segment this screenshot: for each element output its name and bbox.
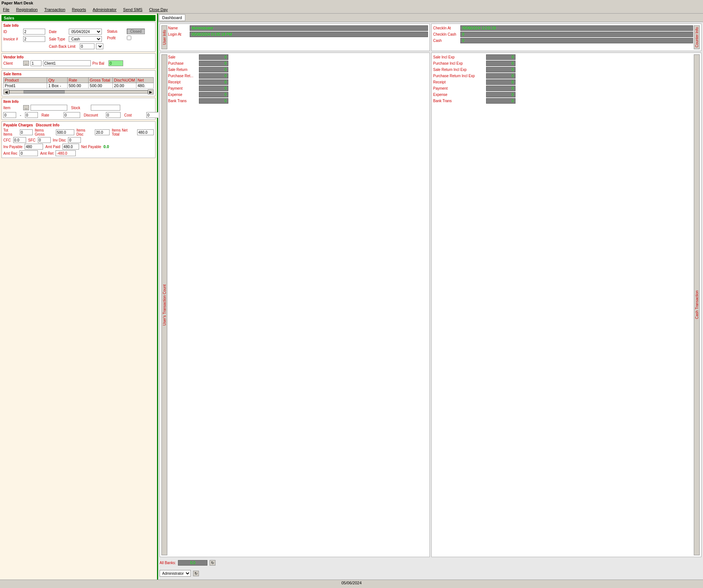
user-trans-label: User's Transaction Count [161,54,167,555]
qty-to-input[interactable] [25,112,38,118]
login-at-value: 05/06/2024 01:05:18 PM [190,32,428,37]
bank-trans-value: 0 [199,98,228,104]
inv-disc-input[interactable] [68,137,81,143]
client-id-input[interactable] [31,60,42,66]
menu-registration[interactable]: Registration [15,7,39,12]
items-net-label: Items Net Total [112,128,135,136]
profit-checkbox[interactable] [127,36,131,40]
purchase-ret-incl-value: 0 [486,73,515,79]
scroll-left-btn[interactable]: ◀ [3,89,9,94]
sale-ret-incl-row: Sale Return Incl Exp 0 [433,67,693,72]
items-gross-input[interactable] [56,129,74,135]
status-value: Closed [127,29,145,34]
prv-bal-input[interactable] [108,60,123,66]
scroll-right-btn[interactable]: ▶ [148,89,154,94]
table-row[interactable]: Prod1 1 Box - 500.00 500.00 20.00 480. [4,83,154,89]
bank-trans-label: Bank Trans [168,99,197,103]
menu-administrator[interactable]: Administrator [91,7,118,12]
checkin-at-row: CheckIn At 05/06/2024 12:01:18 [433,25,693,31]
cash-value: 0 [460,38,693,43]
sale-items-title: Sale Items [3,72,154,76]
item-name-input[interactable] [31,105,67,111]
id-input[interactable] [23,29,45,35]
date-label: Date [49,30,67,34]
purchase-incl-label: Purchase Incl Exp [433,61,485,65]
stock-row: Stock [71,105,120,111]
login-at-row: Login At 05/06/2024 01:05:18 PM [168,32,428,37]
col-rate: Rate [67,78,88,83]
receipt-label: Receipt [168,80,197,84]
sale-type-select[interactable]: Cash [69,36,102,42]
sales-header: Sales [1,15,156,21]
profit-label: Profit [107,36,125,40]
cfc-input[interactable] [13,137,26,143]
inv-payable-input[interactable] [25,144,43,150]
dashboard-content: User Info Name Administrator Login At 05… [158,22,703,580]
item-btn[interactable]: ... [23,105,29,110]
invoice-input[interactable] [23,36,45,42]
cost-input[interactable] [146,112,159,118]
cash-bank-row: Bank Trans 0 [433,98,693,104]
name-label: Name [168,26,188,30]
admin-row: Administrator ↻ [160,570,702,577]
client-btn[interactable]: ... [23,61,29,66]
menu-close-day[interactable]: Close Day [147,7,169,12]
date-select[interactable]: 05/04/2024 [69,29,102,35]
cash-back-input[interactable] [80,43,94,49]
sale-incl-row: Sale Incl Exp 0 [433,54,693,60]
cell-qty: 1 Box - [47,83,67,89]
amt-rec-input[interactable] [19,150,38,156]
horizontal-scrollbar[interactable] [9,90,148,94]
receipt-row: Receipt 0 [168,79,428,85]
col-gross: Gross Total [89,78,113,83]
rate-input2[interactable] [64,112,80,118]
cash-back-unit[interactable] [96,43,103,49]
cash-trans-label: Cash Transaction [694,54,700,555]
amt-paid-input[interactable] [63,144,79,150]
name-row: Name Administrator [168,25,428,31]
discount-input[interactable] [106,112,121,118]
qty-from-input[interactable] [3,112,16,118]
payable-section: Payable Charges Discount Info Tot Items … [1,121,156,158]
purchase-row: Purchase 0 [168,61,428,66]
stock-input[interactable] [91,105,120,111]
tot-items-input[interactable] [20,129,33,135]
items-net-input[interactable] [137,129,154,135]
net-payable-value: 0.0 [103,144,109,149]
invoice-row: Invoice # [3,36,45,42]
menu-file[interactable]: File [1,7,11,12]
item-row: Item ... [3,105,67,111]
menu-reports[interactable]: Reports [71,7,88,12]
status-bar: 05/06/2024 [0,580,703,586]
sale-type-row: Sale Type Cash [49,36,103,42]
items-disc-label: Items Disc [76,128,93,136]
dashboard-tab-btn[interactable]: Dashboard [159,14,185,21]
stock-label: Stock [71,106,89,110]
payment-value: 0 [199,86,228,91]
sfc-label: SFC [28,138,36,142]
payable-title: Payable Charges [3,123,33,127]
purchase-ret-row: Purchase Ret... 0 [168,73,428,79]
sfc-input[interactable] [38,137,51,143]
banks-refresh-btn[interactable]: ↻ [210,560,215,566]
client-name-input[interactable] [43,60,91,66]
admin-select[interactable]: Administrator [160,570,191,577]
purchase-ret-value: 0 [199,73,228,79]
checkin-cash-row: CheckIn Cash 0 [433,32,693,37]
cash-payment-label: Payment [433,86,485,90]
purchase-ret-incl-label: Purchase Return Incl Exp [433,74,485,78]
items-disc-input[interactable] [95,129,110,135]
col-disc: Disc%UOM [113,78,136,83]
menu-transaction[interactable]: Transaction [43,7,67,12]
counter-info-label: Counter Info [694,25,700,49]
checkin-at-label: CheckIn At [433,26,459,30]
sale-type-label: Sale Type [49,37,67,41]
menu-send-sms[interactable]: Send SMS [122,7,144,12]
amt-ret-input[interactable] [56,150,76,156]
admin-refresh-btn[interactable]: ↻ [193,571,199,576]
login-at-label: Login At [168,32,188,36]
qty-separator: - [20,113,21,117]
sale-ret-incl-value: 0 [486,67,515,72]
sale-items-section: Sale Items Product Qty Rate Gross Total … [1,70,156,96]
receipt-value: 0 [199,79,228,85]
